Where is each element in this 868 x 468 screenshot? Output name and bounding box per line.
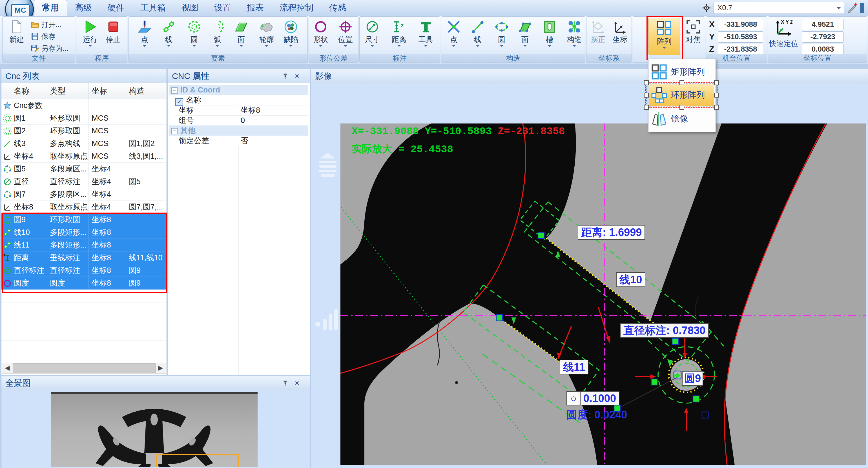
magnification-select[interactable]: X0.7 (714, 2, 844, 14)
construct-circle-button[interactable]: 圆 (491, 18, 513, 53)
property-row-group[interactable]: 组号 0 (169, 115, 308, 125)
element-point-button[interactable]: 点 (133, 18, 156, 53)
tab-view[interactable]: 视图 (174, 0, 206, 16)
cnc-list-hscrollbar[interactable]: ◀ ▶ (2, 363, 166, 374)
table-row-coord8[interactable]: 坐标8取坐标原点坐标4圆7,圆7,... (1, 201, 166, 213)
scroll-right-icon[interactable]: ▶ (156, 363, 166, 373)
magnification-readout: 实际放大 = 25.4538 (352, 142, 453, 156)
table-row-circle9[interactable]: 圆9环形取圆坐标8 (1, 213, 166, 226)
coordinate-button[interactable]: 坐标 (610, 18, 630, 53)
diameter-icon (3, 266, 11, 275)
gdt-position-button[interactable]: 位置 (334, 18, 357, 53)
circle-scan-icon (3, 216, 11, 224)
roundness-tolerance-box[interactable]: ○ 0.1000 (566, 391, 619, 405)
section-other[interactable]: –其他 (169, 125, 308, 136)
position-icon (338, 20, 353, 34)
mirror-icon (651, 111, 667, 126)
layers-handle-icon[interactable] (318, 153, 338, 177)
element-contour-button[interactable]: 轮廓 (255, 18, 278, 53)
tab-sensor[interactable]: 传感 (321, 0, 354, 16)
tab-flow-control[interactable]: 流程控制 (272, 0, 321, 16)
annotate-size-button[interactable]: 尺寸 (361, 18, 383, 53)
line11-label[interactable]: 线11 (560, 360, 588, 374)
element-line-button[interactable]: 线 (158, 18, 180, 53)
save-icon (31, 32, 39, 40)
table-row-line10[interactable]: 线10多段矩形...坐标8 (1, 226, 166, 239)
locate-crosshair-icon[interactable] (702, 4, 711, 12)
menu-item-mirror[interactable]: 镜像 (649, 108, 714, 130)
machine-z-value[interactable]: -231.8358 (718, 44, 763, 55)
tab-common[interactable]: 常用 (34, 0, 67, 16)
open-button[interactable]: 打开... (31, 19, 73, 30)
tab-hardware[interactable]: 硬件 (100, 0, 132, 16)
table-row-circle7[interactable]: 圆7多段扇区...坐标4 (1, 188, 166, 201)
table-row-circle1[interactable]: 圆1环形取圆MCS (1, 112, 166, 125)
scrollbar-thumb[interactable] (13, 363, 156, 373)
coordpos-y-value[interactable]: -2.7923 (802, 31, 843, 42)
construct-slot-button[interactable]: 槽 (538, 18, 561, 53)
save-as-button[interactable]: 另存为... (31, 42, 73, 54)
signal-bars-icon[interactable] (315, 307, 339, 331)
tab-settings[interactable]: 设置 (206, 0, 239, 16)
construct-plane-button[interactable]: 面 (514, 18, 536, 53)
gdt-shape-button[interactable]: 形状 (309, 18, 332, 53)
collapse-icon[interactable]: – (172, 87, 178, 94)
table-row-distance[interactable]: 距离垂线标注坐标8线11,线10 (1, 252, 166, 264)
new-button[interactable]: 新建 (5, 18, 28, 53)
tab-toolbox[interactable]: 工具箱 (132, 0, 174, 16)
table-row-diameter-annotation[interactable]: 直径标注直径标注坐标8圆9 (1, 264, 166, 277)
focus-button[interactable]: 对焦 (683, 18, 704, 53)
collapse-icon[interactable]: – (172, 128, 178, 134)
probe-pen-icon[interactable] (847, 3, 857, 13)
element-circle-button[interactable]: 圆 (183, 18, 206, 53)
circle9-label[interactable]: 圆9 (682, 371, 703, 386)
annotate-tool-button[interactable]: 工具 (414, 18, 437, 53)
checkbox-checked[interactable]: ✓ (175, 98, 183, 106)
construct-point-button[interactable]: 点 (443, 18, 465, 53)
property-row-name[interactable]: ✓名称 (169, 95, 308, 105)
table-row-circle5[interactable]: 圆5多段扇区...坐标4 (1, 163, 166, 175)
table-row-roundness[interactable]: 圆度圆度坐标8圆9 (1, 277, 166, 290)
element-plane-button[interactable]: 面 (230, 18, 252, 53)
pin-icon[interactable] (282, 73, 288, 79)
roundness-symbol: ○ (567, 392, 581, 405)
annotate-distance-button[interactable]: 距离 (388, 18, 410, 53)
construct-line-button[interactable]: 线 (467, 18, 489, 53)
table-row-diameter[interactable]: 直径直径标注坐标4圆5 (1, 175, 166, 188)
run-button[interactable]: 运行 (80, 18, 101, 53)
menu-item-rect-array[interactable]: 矩形阵列 (649, 61, 714, 83)
close-icon[interactable]: × (293, 379, 301, 388)
stop-button[interactable]: 停止 (103, 18, 124, 53)
table-row-cnc-params[interactable]: Cnc参数 (1, 99, 166, 112)
table-row-circle2[interactable]: 圆2环形取圆MCS (1, 125, 166, 137)
property-row-lock-tolerance[interactable]: 锁定公差 否 (169, 136, 308, 146)
table-row-line11[interactable]: 线11多段矩形...坐标8 (1, 239, 166, 252)
pin-icon[interactable] (282, 380, 288, 386)
panorama-thumbnail[interactable] (51, 392, 257, 467)
machine-y-value[interactable]: -510.5893 (718, 31, 763, 42)
element-arc-button[interactable]: 弧 (206, 18, 228, 53)
current-view-rectangle[interactable] (156, 454, 239, 467)
diameter-label[interactable]: 直径标注: 0.7830 (620, 323, 709, 338)
align-button[interactable]: 摆正 (588, 18, 608, 53)
scroll-left-icon[interactable]: ◀ (2, 363, 12, 373)
coordpos-x-value[interactable]: 4.9521 (802, 19, 843, 30)
array-button[interactable]: 阵列 (648, 18, 680, 55)
coordpos-z-value[interactable]: 0.0083 (802, 44, 843, 55)
construct-construct-button[interactable]: 构造 (563, 18, 585, 53)
save-button[interactable]: 保存 (31, 31, 73, 42)
section-id-coord[interactable]: –ID & Coord (169, 85, 308, 95)
table-row-coord4[interactable]: 坐标4取坐标原点MCS线3,圆1,... (1, 150, 166, 163)
tab-report[interactable]: 报表 (239, 0, 272, 16)
property-row-coord[interactable]: 坐标 坐标8 (169, 105, 308, 115)
slot-icon (542, 20, 557, 34)
tab-advanced[interactable]: 高级 (67, 0, 100, 16)
close-icon[interactable]: × (293, 72, 301, 81)
menu-item-circular-array[interactable]: 环形阵列 (649, 84, 714, 106)
element-defect-button[interactable]: 缺陷 (280, 18, 302, 53)
table-row-line3[interactable]: 线3多点构线MCS圆1,圆2 (1, 137, 166, 150)
quick-position-button[interactable]: 快速定位 (768, 39, 799, 49)
distance-label[interactable]: 距离: 1.6999 (578, 225, 645, 240)
line10-label[interactable]: 线10 (616, 272, 645, 287)
machine-x-value[interactable]: -331.9088 (718, 19, 763, 30)
